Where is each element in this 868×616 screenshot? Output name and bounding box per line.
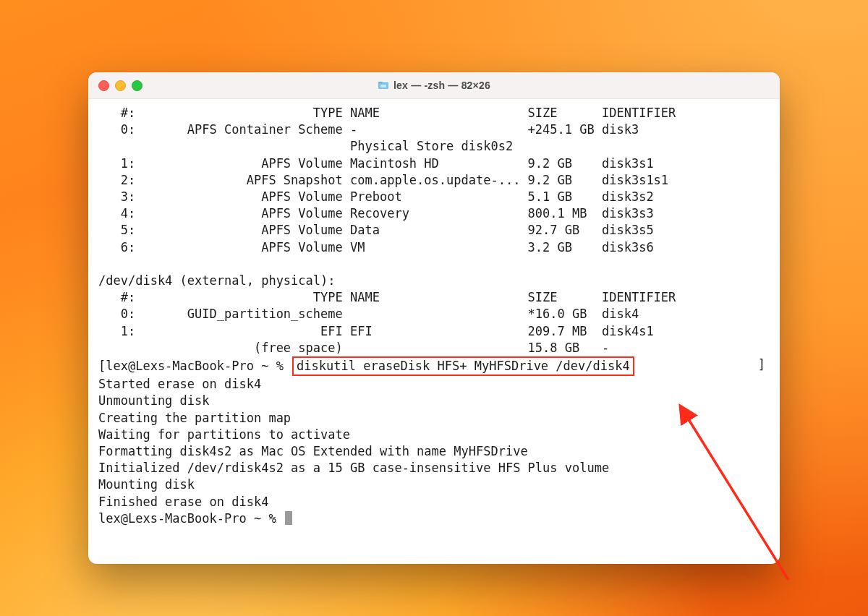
svg-rect-1 bbox=[380, 85, 386, 87]
shell-prompt: lex@Lexs-MacBook-Pro ~ % bbox=[98, 511, 284, 526]
svg-rect-0 bbox=[378, 82, 388, 89]
traffic-lights bbox=[98, 80, 142, 91]
minimize-icon[interactable] bbox=[115, 80, 126, 91]
terminal-content[interactable]: #: TYPE NAME SIZE IDENTIFIER 0: APFS Con… bbox=[88, 99, 780, 537]
shell-prompt: [lex@Lexs-MacBook-Pro ~ % bbox=[98, 359, 291, 373]
folder-icon bbox=[378, 80, 389, 91]
cursor-icon bbox=[285, 511, 292, 525]
output-line: Formatting disk4s2 as Mac OS Extended wi… bbox=[98, 443, 770, 460]
output-line: Unmounting disk bbox=[98, 393, 770, 409]
output-line: Started erase on disk4 bbox=[98, 376, 770, 393]
output-line: Finished erase on disk4 bbox=[98, 494, 770, 510]
output-line: Creating the partition map bbox=[98, 410, 770, 427]
output-line: Mounting disk bbox=[98, 476, 770, 493]
highlighted-command: diskutil eraseDisk HFS+ MyHFSDrive /dev/… bbox=[292, 356, 634, 376]
window-title: lex — -zsh — 82×26 bbox=[393, 80, 490, 91]
output-line: Waiting for partitions to activate bbox=[98, 427, 770, 443]
terminal-window: lex — -zsh — 82×26 #: TYPE NAME SIZE IDE… bbox=[88, 72, 780, 564]
maximize-icon[interactable] bbox=[132, 80, 142, 91]
close-icon[interactable] bbox=[98, 80, 109, 91]
desktop-background: lex — -zsh — 82×26 #: TYPE NAME SIZE IDE… bbox=[0, 0, 868, 616]
window-titlebar[interactable]: lex — -zsh — 82×26 bbox=[88, 72, 780, 99]
line-end-bracket: ] bbox=[758, 356, 765, 373]
output-line: Initialized /dev/rdisk4s2 as a 15 GB cas… bbox=[98, 460, 770, 476]
